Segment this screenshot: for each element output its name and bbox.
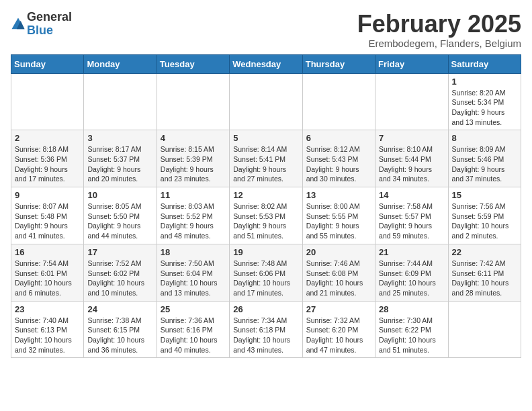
calendar-header-wednesday: Wednesday bbox=[230, 54, 302, 73]
calendar-cell: 22Sunrise: 7:42 AMSunset: 6:11 PMDayligh… bbox=[448, 244, 521, 301]
calendar-cell: 27Sunrise: 7:32 AMSunset: 6:20 PMDayligh… bbox=[302, 301, 375, 358]
calendar-header-monday: Monday bbox=[84, 54, 157, 73]
day-info: Sunrise: 8:02 AMSunset: 5:53 PMDaylight:… bbox=[233, 201, 298, 241]
day-info: Sunrise: 7:58 AMSunset: 5:57 PMDaylight:… bbox=[379, 201, 444, 241]
day-info: Sunrise: 7:46 AMSunset: 6:08 PMDaylight:… bbox=[306, 259, 371, 298]
calendar-cell bbox=[84, 73, 157, 130]
day-number: 23 bbox=[15, 304, 80, 314]
day-info: Sunrise: 7:36 AMSunset: 6:16 PMDaylight:… bbox=[161, 316, 226, 355]
month-title: February 2025 bbox=[357, 11, 521, 38]
day-number: 3 bbox=[87, 133, 152, 143]
calendar-cell: 2Sunrise: 8:18 AMSunset: 5:36 PMDaylight… bbox=[11, 130, 84, 187]
calendar-cell: 8Sunrise: 8:09 AMSunset: 5:46 PMDaylight… bbox=[448, 130, 521, 187]
day-number: 16 bbox=[15, 247, 80, 257]
day-info: Sunrise: 8:17 AMSunset: 5:37 PMDaylight:… bbox=[87, 144, 152, 184]
day-number: 20 bbox=[306, 247, 371, 257]
logo-blue-text: Blue bbox=[27, 24, 53, 37]
day-number: 25 bbox=[161, 304, 226, 314]
day-number: 26 bbox=[233, 304, 298, 314]
day-info: Sunrise: 7:42 AMSunset: 6:11 PMDaylight:… bbox=[452, 259, 517, 298]
calendar-cell: 1Sunrise: 8:20 AMSunset: 5:34 PMDaylight… bbox=[448, 73, 521, 130]
calendar-week-row: 2Sunrise: 8:18 AMSunset: 5:36 PMDaylight… bbox=[11, 130, 521, 187]
calendar-week-row: 9Sunrise: 8:07 AMSunset: 5:48 PMDaylight… bbox=[11, 187, 521, 244]
day-number: 12 bbox=[233, 190, 298, 200]
day-number: 22 bbox=[452, 247, 517, 257]
calendar-week-row: 23Sunrise: 7:40 AMSunset: 6:13 PMDayligh… bbox=[11, 301, 521, 358]
calendar-cell: 14Sunrise: 7:58 AMSunset: 5:57 PMDayligh… bbox=[375, 187, 448, 244]
calendar-header-saturday: Saturday bbox=[448, 54, 521, 73]
calendar-header-thursday: Thursday bbox=[302, 54, 375, 73]
day-info: Sunrise: 8:12 AMSunset: 5:43 PMDaylight:… bbox=[306, 144, 371, 184]
day-number: 8 bbox=[452, 133, 517, 143]
day-info: Sunrise: 7:38 AMSunset: 6:15 PMDaylight:… bbox=[87, 316, 152, 355]
day-number: 6 bbox=[306, 133, 371, 143]
calendar-cell: 6Sunrise: 8:12 AMSunset: 5:43 PMDaylight… bbox=[302, 130, 375, 187]
calendar-cell: 16Sunrise: 7:54 AMSunset: 6:01 PMDayligh… bbox=[11, 244, 84, 301]
calendar-cell: 3Sunrise: 8:17 AMSunset: 5:37 PMDaylight… bbox=[84, 130, 157, 187]
calendar-cell bbox=[448, 301, 521, 358]
calendar-cell: 26Sunrise: 7:34 AMSunset: 6:18 PMDayligh… bbox=[230, 301, 302, 358]
calendar-cell bbox=[157, 73, 229, 130]
day-number: 24 bbox=[87, 304, 152, 314]
day-number: 15 bbox=[452, 190, 517, 200]
calendar-cell: 9Sunrise: 8:07 AMSunset: 5:48 PMDaylight… bbox=[11, 187, 84, 244]
calendar-cell bbox=[375, 73, 448, 130]
calendar-cell: 4Sunrise: 8:15 AMSunset: 5:39 PMDaylight… bbox=[157, 130, 229, 187]
calendar-week-row: 1Sunrise: 8:20 AMSunset: 5:34 PMDaylight… bbox=[11, 73, 521, 130]
calendar-cell bbox=[230, 73, 302, 130]
calendar-week-row: 16Sunrise: 7:54 AMSunset: 6:01 PMDayligh… bbox=[11, 244, 521, 301]
calendar-header-row: SundayMondayTuesdayWednesdayThursdayFrid… bbox=[11, 54, 521, 73]
day-info: Sunrise: 8:20 AMSunset: 5:34 PMDaylight:… bbox=[452, 88, 517, 128]
day-info: Sunrise: 7:32 AMSunset: 6:20 PMDaylight:… bbox=[306, 316, 371, 355]
day-info: Sunrise: 8:10 AMSunset: 5:44 PMDaylight:… bbox=[379, 144, 444, 184]
day-number: 5 bbox=[233, 133, 298, 143]
calendar-cell: 20Sunrise: 7:46 AMSunset: 6:08 PMDayligh… bbox=[302, 244, 375, 301]
day-number: 10 bbox=[87, 190, 152, 200]
day-number: 14 bbox=[379, 190, 444, 200]
day-number: 27 bbox=[306, 304, 371, 314]
day-info: Sunrise: 8:09 AMSunset: 5:46 PMDaylight:… bbox=[452, 144, 517, 184]
day-number: 7 bbox=[379, 133, 444, 143]
day-info: Sunrise: 7:52 AMSunset: 6:02 PMDaylight:… bbox=[87, 259, 152, 298]
logo: General Blue bbox=[11, 11, 72, 38]
day-info: Sunrise: 8:18 AMSunset: 5:36 PMDaylight:… bbox=[15, 144, 80, 184]
day-info: Sunrise: 8:00 AMSunset: 5:55 PMDaylight:… bbox=[306, 201, 371, 241]
calendar-cell: 10Sunrise: 8:05 AMSunset: 5:50 PMDayligh… bbox=[84, 187, 157, 244]
calendar-cell: 13Sunrise: 8:00 AMSunset: 5:55 PMDayligh… bbox=[302, 187, 375, 244]
day-number: 11 bbox=[161, 190, 226, 200]
day-info: Sunrise: 8:07 AMSunset: 5:48 PMDaylight:… bbox=[15, 201, 80, 241]
day-info: Sunrise: 8:14 AMSunset: 5:41 PMDaylight:… bbox=[233, 144, 298, 184]
calendar-cell: 23Sunrise: 7:40 AMSunset: 6:13 PMDayligh… bbox=[11, 301, 84, 358]
day-info: Sunrise: 7:44 AMSunset: 6:09 PMDaylight:… bbox=[379, 259, 444, 298]
calendar-cell: 17Sunrise: 7:52 AMSunset: 6:02 PMDayligh… bbox=[84, 244, 157, 301]
calendar-cell: 12Sunrise: 8:02 AMSunset: 5:53 PMDayligh… bbox=[230, 187, 302, 244]
calendar-cell: 5Sunrise: 8:14 AMSunset: 5:41 PMDaylight… bbox=[230, 130, 302, 187]
day-number: 17 bbox=[87, 247, 152, 257]
logo-icon bbox=[11, 17, 26, 32]
day-info: Sunrise: 8:03 AMSunset: 5:52 PMDaylight:… bbox=[161, 201, 226, 241]
day-number: 1 bbox=[452, 77, 517, 87]
day-info: Sunrise: 8:15 AMSunset: 5:39 PMDaylight:… bbox=[161, 144, 226, 184]
day-info: Sunrise: 7:40 AMSunset: 6:13 PMDaylight:… bbox=[15, 316, 80, 355]
day-number: 28 bbox=[379, 304, 444, 314]
day-number: 2 bbox=[15, 133, 80, 143]
title-area: February 2025 Erembodegem, Flanders, Bel… bbox=[357, 11, 521, 49]
calendar-cell bbox=[11, 73, 84, 130]
calendar-cell: 25Sunrise: 7:36 AMSunset: 6:16 PMDayligh… bbox=[157, 301, 229, 358]
calendar-cell: 21Sunrise: 7:44 AMSunset: 6:09 PMDayligh… bbox=[375, 244, 448, 301]
day-info: Sunrise: 7:48 AMSunset: 6:06 PMDaylight:… bbox=[233, 259, 298, 298]
calendar-cell: 7Sunrise: 8:10 AMSunset: 5:44 PMDaylight… bbox=[375, 130, 448, 187]
day-number: 9 bbox=[15, 190, 80, 200]
calendar-cell: 15Sunrise: 7:56 AMSunset: 5:59 PMDayligh… bbox=[448, 187, 521, 244]
day-number: 18 bbox=[161, 247, 226, 257]
calendar-header-tuesday: Tuesday bbox=[157, 54, 229, 73]
logo-general-text: General bbox=[27, 10, 72, 24]
calendar-header-friday: Friday bbox=[375, 54, 448, 73]
header: General Blue February 2025 Erembodegem, … bbox=[11, 11, 521, 49]
day-number: 19 bbox=[233, 247, 298, 257]
day-info: Sunrise: 7:34 AMSunset: 6:18 PMDaylight:… bbox=[233, 316, 298, 355]
day-info: Sunrise: 7:30 AMSunset: 6:22 PMDaylight:… bbox=[379, 316, 444, 355]
day-info: Sunrise: 7:56 AMSunset: 5:59 PMDaylight:… bbox=[452, 201, 517, 241]
calendar-cell: 28Sunrise: 7:30 AMSunset: 6:22 PMDayligh… bbox=[375, 301, 448, 358]
location-title: Erembodegem, Flanders, Belgium bbox=[357, 38, 521, 49]
